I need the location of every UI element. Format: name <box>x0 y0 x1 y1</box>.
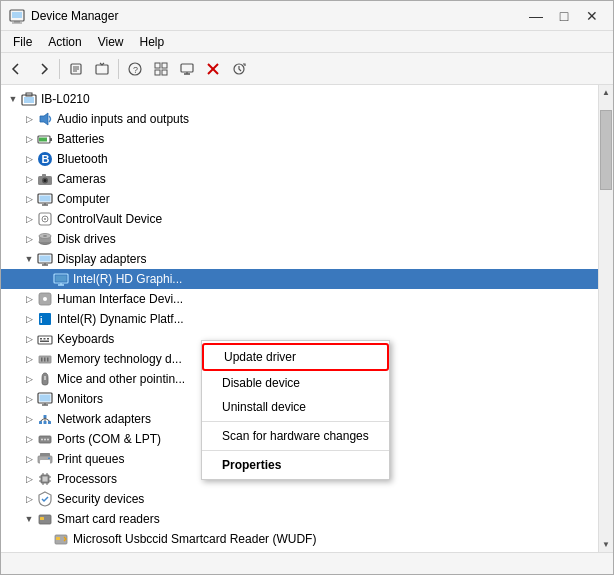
list-item[interactable]: Microsoft Usbccid Smartcard Reader (WUDF… <box>1 529 598 549</box>
expand-icon[interactable]: ▷ <box>21 351 37 367</box>
expand-icon[interactable]: ▷ <box>21 151 37 167</box>
computer-icon-toolbar[interactable] <box>175 57 199 81</box>
list-item[interactable]: ▼ Smart card readers <box>1 509 598 529</box>
svg-line-76 <box>45 418 50 421</box>
minimize-button[interactable]: — <box>523 6 549 26</box>
list-item[interactable]: ▷ Disk drives <box>1 229 598 249</box>
expand-icon[interactable]: ▷ <box>21 291 37 307</box>
security-icon <box>37 491 53 507</box>
computer-icon <box>37 191 53 207</box>
tree-root[interactable]: ▼ IB-L0210 <box>1 89 598 109</box>
list-item[interactable]: ▷ Software components <box>1 549 598 552</box>
svg-rect-58 <box>40 338 42 340</box>
smartcard2-icon <box>53 531 69 547</box>
scroll-up-arrow[interactable]: ▲ <box>599 85 614 100</box>
context-menu-disable-device[interactable]: Disable device <box>202 371 389 395</box>
svg-point-32 <box>44 179 47 182</box>
menu-help[interactable]: Help <box>132 33 173 51</box>
menu-file[interactable]: File <box>5 33 40 51</box>
list-item[interactable]: ▷ Batteries <box>1 129 598 149</box>
title-bar: Device Manager — □ ✕ <box>1 1 613 31</box>
menu-action[interactable]: Action <box>40 33 89 51</box>
delete-button[interactable] <box>201 57 225 81</box>
tree-item-label: Memory technology d... <box>57 352 182 366</box>
scrollbar-vertical[interactable]: ▲ ▼ <box>598 85 613 552</box>
software-icon <box>37 551 53 552</box>
expand-icon[interactable]: ▷ <box>21 391 37 407</box>
expand-icon[interactable]: ▷ <box>21 431 37 447</box>
expand-icon[interactable]: ▷ <box>21 331 37 347</box>
list-item[interactable]: ▷ i Intel(R) Dynamic Platf... <box>1 309 598 329</box>
toolbar-sep-1 <box>59 59 60 79</box>
list-item[interactable]: ▼ Display adapters <box>1 249 598 269</box>
svg-rect-14 <box>162 70 167 75</box>
svg-rect-12 <box>162 63 167 68</box>
svg-rect-74 <box>44 415 47 418</box>
forward-button[interactable] <box>31 57 55 81</box>
svg-rect-11 <box>155 63 160 68</box>
content-area: ▼ IB-L0210 ▷ <box>1 85 613 552</box>
scroll-thumb[interactable] <box>600 110 612 190</box>
svg-rect-97 <box>40 517 44 520</box>
list-item[interactable]: ▷ Cameras <box>1 169 598 189</box>
tree-item-label: Audio inputs and outputs <box>57 112 189 126</box>
scan-button[interactable] <box>227 57 251 81</box>
update-driver-toolbar[interactable] <box>90 57 114 81</box>
tree-item-label: Bluetooth <box>57 152 108 166</box>
monitor-icon <box>37 391 53 407</box>
svg-rect-68 <box>40 395 51 402</box>
list-item[interactable]: ▷ ControlVault Device <box>1 209 598 229</box>
expand-icon[interactable] <box>37 531 53 547</box>
expand-icon[interactable]: ▷ <box>21 211 37 227</box>
list-item[interactable]: Intel(R) HD Graphi... <box>1 269 598 289</box>
tree-panel[interactable]: ▼ IB-L0210 ▷ <box>1 85 598 552</box>
svg-rect-35 <box>40 196 51 202</box>
expand-icon[interactable]: ▷ <box>21 231 37 247</box>
context-menu-update-driver[interactable]: Update driver <box>202 343 389 371</box>
expand-icon[interactable]: ▷ <box>21 471 37 487</box>
expand-icon[interactable]: ▷ <box>21 451 37 467</box>
context-menu-scan[interactable]: Scan for hardware changes <box>202 424 389 448</box>
expand-button[interactable] <box>149 57 173 81</box>
intel-icon: i <box>37 311 53 327</box>
expand-icon[interactable]: ▷ <box>21 191 37 207</box>
context-menu-uninstall-device[interactable]: Uninstall device <box>202 395 389 419</box>
svg-rect-59 <box>44 338 46 340</box>
properties-button[interactable] <box>64 57 88 81</box>
scroll-down-arrow[interactable]: ▼ <box>599 537 614 552</box>
menu-view[interactable]: View <box>90 33 132 51</box>
expand-icon[interactable]: ▷ <box>21 131 37 147</box>
list-item[interactable]: ▷ Audio inputs and outputs <box>1 109 598 129</box>
expand-icon[interactable]: ▷ <box>21 311 37 327</box>
expand-icon[interactable]: ▷ <box>21 171 37 187</box>
svg-rect-2 <box>14 21 20 23</box>
list-item[interactable]: ▷ Computer <box>1 189 598 209</box>
svg-rect-71 <box>39 421 42 424</box>
expand-icon[interactable]: ▷ <box>21 111 37 127</box>
svg-rect-46 <box>40 256 51 262</box>
list-item[interactable]: ▷ Security devices <box>1 489 598 509</box>
expand-icon[interactable]: ▷ <box>21 551 37 552</box>
tree-item-label: Intel(R) HD Graphi... <box>73 272 182 286</box>
battery-icon <box>37 131 53 147</box>
smartcard-icon <box>37 511 53 527</box>
maximize-button[interactable]: □ <box>551 6 577 26</box>
expand-icon[interactable] <box>37 271 53 287</box>
help-button[interactable]: ? <box>123 57 147 81</box>
expand-icon[interactable]: ▼ <box>21 511 37 527</box>
camera-icon <box>37 171 53 187</box>
context-menu-properties[interactable]: Properties <box>202 453 389 477</box>
memory-icon <box>37 351 53 367</box>
root-expand-icon[interactable]: ▼ <box>5 91 21 107</box>
back-button[interactable] <box>5 57 29 81</box>
close-button[interactable]: ✕ <box>579 6 605 26</box>
expand-icon[interactable]: ▼ <box>21 251 37 267</box>
svg-rect-57 <box>38 336 52 344</box>
scroll-track[interactable] <box>599 100 613 537</box>
expand-icon[interactable]: ▷ <box>21 371 37 387</box>
expand-icon[interactable]: ▷ <box>21 491 37 507</box>
expand-icon[interactable]: ▷ <box>21 411 37 427</box>
svg-rect-1 <box>12 12 22 18</box>
list-item[interactable]: ▷ B Bluetooth <box>1 149 598 169</box>
list-item[interactable]: ▷ Human Interface Devi... <box>1 289 598 309</box>
